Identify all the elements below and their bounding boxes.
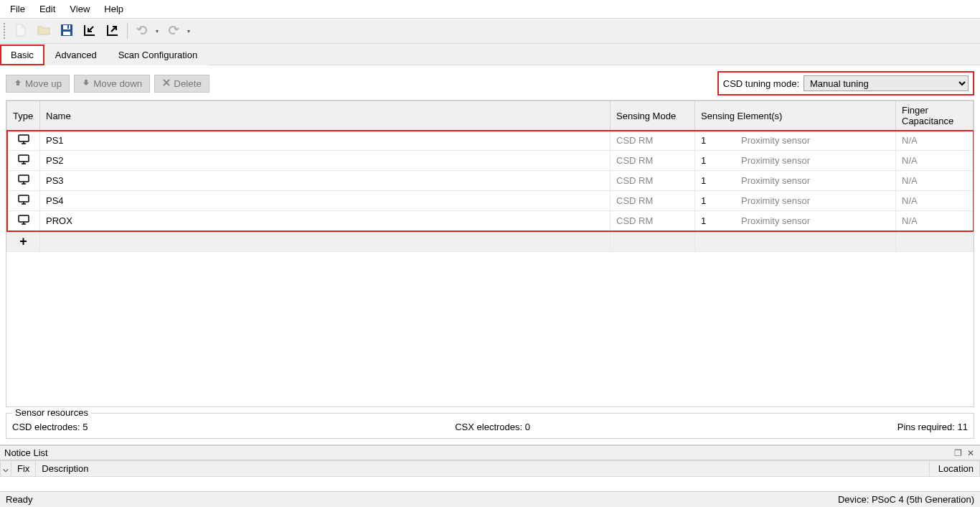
col-type[interactable]: Type xyxy=(7,101,40,131)
import-icon xyxy=(83,23,97,39)
cell-name[interactable]: PS3 xyxy=(40,171,611,191)
arrow-down-icon xyxy=(82,78,90,89)
resources-title: Sensor resources xyxy=(12,407,91,418)
cell-elements[interactable]: 1Proximity sensor xyxy=(695,211,896,231)
add-row[interactable]: + xyxy=(7,231,974,252)
tuning-mode-group: CSD tuning mode: Manual tuning xyxy=(717,71,974,96)
svg-rect-5 xyxy=(19,155,29,162)
col-name[interactable]: Name xyxy=(40,101,611,131)
cell-name[interactable]: PS2 xyxy=(40,151,611,171)
cell-mode[interactable]: CSD RM xyxy=(611,191,695,211)
cell-elements[interactable]: 1Proximity sensor xyxy=(695,191,896,211)
import-button[interactable] xyxy=(80,21,100,41)
action-bar: Move up Move down Delete CSD tuning mode… xyxy=(6,71,974,96)
move-up-button[interactable]: Move up xyxy=(6,75,70,93)
cell-cap: N/A xyxy=(896,131,974,151)
svg-rect-1 xyxy=(63,25,70,29)
open-file-button[interactable] xyxy=(34,21,54,41)
content-pane: Move up Move down Delete CSD tuning mode… xyxy=(0,65,980,445)
svg-rect-7 xyxy=(19,195,29,202)
tab-scan-configuration[interactable]: Scan Configuration xyxy=(108,45,209,65)
svg-rect-6 xyxy=(19,175,29,182)
cell-mode[interactable]: CSD RM xyxy=(611,151,695,171)
delete-button[interactable]: Delete xyxy=(154,75,209,93)
sensor-resources: Sensor resources CSD electrodes: 5 CSX e… xyxy=(6,413,974,439)
table-row[interactable]: PS3CSD RM1Proximity sensorN/A xyxy=(7,171,974,191)
table-row[interactable]: PROXCSD RM1Proximity sensorN/A xyxy=(7,211,974,231)
move-down-label: Move down xyxy=(93,78,142,89)
svg-rect-4 xyxy=(19,135,29,141)
table-row[interactable]: PS2CSD RM1Proximity sensorN/A xyxy=(7,151,974,171)
cell-mode[interactable]: CSD RM xyxy=(611,211,695,231)
toolbar-separator xyxy=(127,23,128,39)
tab-basic[interactable]: Basic xyxy=(0,45,44,65)
plus-icon: + xyxy=(19,234,27,248)
cell-elements[interactable]: 1Proximity sensor xyxy=(695,131,896,151)
cell-name[interactable]: PS4 xyxy=(40,191,611,211)
notice-col-expand[interactable]: ⌵ xyxy=(1,461,11,477)
col-cap[interactable]: Finger Capacitance xyxy=(896,101,974,131)
export-button[interactable] xyxy=(103,21,123,41)
redo-dropdown[interactable]: ▾ xyxy=(185,28,192,34)
tuning-mode-select[interactable]: Manual tuning xyxy=(804,75,969,91)
menu-bar: File Edit View Help xyxy=(0,0,980,18)
cell-cap: N/A xyxy=(896,191,974,211)
csd-electrodes: CSD electrodes: 5 xyxy=(12,422,88,432)
sensor-table: Type Name Sensing Mode Sensing Element(s… xyxy=(6,100,974,407)
menu-help[interactable]: Help xyxy=(97,1,131,17)
toolbar: ▾ ▾ xyxy=(0,18,980,44)
cell-mode[interactable]: CSD RM xyxy=(611,171,695,191)
monitor-icon xyxy=(18,134,29,144)
redo-button[interactable] xyxy=(164,21,184,41)
table-row[interactable]: PS4CSD RM1Proximity sensorN/A xyxy=(7,191,974,211)
save-button[interactable] xyxy=(57,21,77,41)
move-up-label: Move up xyxy=(25,78,62,89)
open-folder-icon xyxy=(37,23,51,39)
status-device: Device: PSoC 4 (5th Generation) xyxy=(838,494,974,505)
cell-name[interactable]: PROX xyxy=(40,211,611,231)
notice-col-fix[interactable]: Fix xyxy=(11,461,36,477)
export-icon xyxy=(105,23,120,39)
notice-panel: Notice List ❐ ✕ ⌵ Fix Description Locati… xyxy=(0,445,980,492)
menu-edit[interactable]: Edit xyxy=(32,1,62,17)
undo-icon xyxy=(135,23,149,39)
table-row[interactable]: PS1CSD RM1Proximity sensorN/A xyxy=(7,131,974,151)
notice-col-desc[interactable]: Description xyxy=(36,461,930,477)
col-elements[interactable]: Sensing Element(s) xyxy=(695,101,896,131)
new-file-button[interactable] xyxy=(11,21,31,41)
cell-elements[interactable]: 1Proximity sensor xyxy=(695,151,896,171)
cell-name[interactable]: PS1 xyxy=(40,131,611,151)
tab-bar: Basic Advanced Scan Configuration xyxy=(0,44,980,65)
cell-elements[interactable]: 1Proximity sensor xyxy=(695,171,896,191)
svg-rect-3 xyxy=(67,25,69,29)
close-icon[interactable]: ✕ xyxy=(966,448,976,458)
monitor-icon xyxy=(18,215,29,225)
undock-icon[interactable]: ❐ xyxy=(953,448,963,458)
menu-view[interactable]: View xyxy=(62,1,97,17)
delete-icon xyxy=(162,78,171,89)
status-ready: Ready xyxy=(6,494,838,505)
redo-icon xyxy=(166,23,181,39)
notice-col-loc[interactable]: Location xyxy=(930,461,980,477)
undo-dropdown[interactable]: ▾ xyxy=(154,28,161,34)
status-bar: Ready Device: PSoC 4 (5th Generation) xyxy=(0,492,980,507)
monitor-icon xyxy=(18,154,29,164)
pins-required: Pins required: 11 xyxy=(897,422,968,432)
undo-button[interactable] xyxy=(132,21,152,41)
notice-header: Notice List ❐ ✕ xyxy=(0,445,980,460)
svg-rect-2 xyxy=(63,32,70,35)
menu-file[interactable]: File xyxy=(3,1,32,17)
toolbar-grip xyxy=(3,22,6,39)
save-icon xyxy=(60,23,74,39)
col-mode[interactable]: Sensing Mode xyxy=(611,101,695,131)
notice-title: Notice List xyxy=(4,447,950,458)
tab-advanced[interactable]: Advanced xyxy=(44,45,108,65)
cell-cap: N/A xyxy=(896,211,974,231)
delete-label: Delete xyxy=(174,78,202,89)
svg-rect-8 xyxy=(19,215,29,222)
tuning-mode-label: CSD tuning mode: xyxy=(723,78,799,89)
cell-cap: N/A xyxy=(896,151,974,171)
chevron-down-icon: ⌵ xyxy=(3,463,9,474)
move-down-button[interactable]: Move down xyxy=(74,75,150,93)
cell-mode[interactable]: CSD RM xyxy=(611,131,695,151)
